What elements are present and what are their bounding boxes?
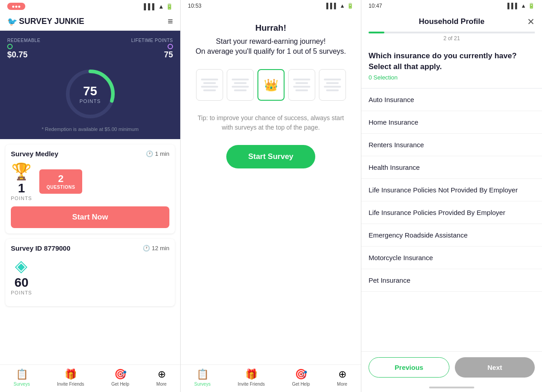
s1-nav-more[interactable]: ⊕ More [156,369,167,387]
s3-header: Household Profile ✕ [361,12,542,32]
list-item[interactable]: Pet Insurance [361,269,542,292]
s3-time: 10:47 [369,3,382,9]
s2-nav-more[interactable]: ⊕ More [337,369,347,387]
s1-card2-time: 🕐 12 min [143,245,169,252]
s2-signal-icon: ▌▌▌ [327,3,338,9]
s3-close-icon[interactable]: ✕ [527,16,535,27]
s1-card1-time-value: 1 min [155,150,169,157]
s2-icon-card-3 [288,69,315,101]
s2-icon-card-1 [196,69,223,101]
s3-header-title: Household Profile [419,17,484,26]
s3-selection-label: 0 Selection [369,74,535,81]
s1-status-bar: ●●● ▌▌▌ ▲ 🔋 [0,0,180,13]
s2-nav-help[interactable]: 🎯 Get Help [292,369,310,387]
s1-start-now-button[interactable]: Start Now [11,206,169,228]
s1-card1-body: 🏆 1 POINTS 2 QUESTIONS [11,162,169,201]
clock-icon: 🕐 [146,150,153,157]
s1-survey-card-2: Survey ID 8779000 🕐 12 min ◈ 60 POINTS [5,239,175,306]
s2-line [295,82,308,84]
s3-next-button[interactable]: Next [455,357,535,378]
s2-bottom-nav: 📋 Surveys 🎁 Invite Friends 🎯 Get Help ⊕ … [181,364,361,392]
s1-questions-badge: 2 QUESTIONS [39,169,82,194]
hamburger-menu-icon[interactable]: ≡ [168,16,173,27]
s2-nav-invite[interactable]: 🎁 Invite Friends [238,369,265,387]
s1-redeemable-dot [7,44,13,49]
list-item[interactable]: Auto Insurance [361,89,542,111]
list-item[interactable]: Home Insurance [361,111,542,134]
s2-wifi-icon: ▲ [340,3,345,9]
s1-lifetime-value: 75 [164,50,173,60]
s2-line [232,86,249,88]
s1-nav-more-label: More [156,382,167,387]
s1-nav-invite[interactable]: 🎁 Invite Friends [57,369,84,387]
s1-card1-time: 🕐 1 min [146,150,169,157]
s2-surveys-nav-icon: 📋 [196,369,209,380]
list-item[interactable]: Health Insurance [361,156,542,179]
s3-signal-icon: ▌▌▌ [508,3,519,9]
s3-options-list: Auto InsuranceHome InsuranceRenters Insu… [361,89,542,351]
s2-nav-surveys-label: Surveys [194,382,210,387]
s2-line [293,86,310,88]
s1-card2-body: ◈ 60 POINTS [11,257,169,295]
s2-nav-more-label: More [337,382,347,387]
s2-help-nav-icon: 🎯 [295,369,307,380]
list-item[interactable]: Life Insurance Policies Not Provided By … [361,179,542,201]
s3-progress-label: 2 of 21 [361,33,542,45]
s1-status-pill: ●●● [7,3,25,10]
screen3-household-profile: 10:47 ▌▌▌ ▲ 🔋 Household Profile ✕ 2 of 2… [361,0,542,392]
s1-nav-surveys[interactable]: 📋 Surveys [14,369,30,387]
s2-status-icons: ▌▌▌ ▲ 🔋 [327,3,354,9]
s3-wifi-icon: ▲ [521,3,526,9]
s1-status-icons: ▌▌▌ ▲ 🔋 [144,3,173,10]
s2-icon-card-2 [227,69,254,101]
clock-icon-2: 🕐 [143,245,150,252]
help-nav-icon: 🎯 [114,369,126,380]
s1-points-row: REDEEMABLE $0.75 LIFETIME POINTS 75 [7,38,173,60]
s1-questions-label: QUESTIONS [47,185,75,190]
s2-line [324,86,341,88]
s2-tip: Tip: to improve your chance of success, … [192,113,350,132]
s2-icons-row: 👑 [196,69,346,101]
s2-line [324,79,341,80]
list-item[interactable]: Life Insurance Policies Provided By Empl… [361,201,542,224]
s3-footer: Previous Next [361,351,542,383]
s1-lifetime: LIFETIME POINTS 75 [131,38,173,60]
s1-redeemable-label: REDEEMABLE [7,38,40,43]
s2-icon-card-active: 👑 [257,69,285,101]
s1-lifetime-label: LIFETIME POINTS [131,38,173,43]
s2-line [201,86,218,88]
s1-points-circle: 75 POINTS [63,67,117,121]
more-nav-icon: ⊕ [158,369,166,380]
s2-line [326,89,339,91]
list-item[interactable]: Renters Insurance [361,134,542,156]
s1-bottom-nav: 📋 Surveys 🎁 Invite Friends 🎯 Get Help ⊕ … [0,364,180,392]
s2-line [293,79,310,80]
s1-nav-help[interactable]: 🎯 Get Help [112,369,129,387]
list-item[interactable]: Motorcycle Insurance [361,247,542,269]
gem-icon: ◈ [11,257,32,275]
s1-lifetime-dot [168,44,173,49]
battery-icon: 🔋 [166,3,173,10]
s1-circle-center: 75 POINTS [79,84,101,104]
s2-line [232,79,249,80]
s2-start-survey-button[interactable]: Start Survey [226,145,315,168]
logo-bird-icon: 🐦 [7,17,17,27]
s3-battery-icon: 🔋 [528,3,535,9]
s3-question-section: Which insurance do you currently have? S… [361,45,542,88]
s1-card2-points-label: POINTS [11,290,32,295]
s2-line [326,82,339,84]
s1-card2-time-value: 12 min [152,245,169,252]
s2-line [234,82,247,84]
s1-card2-title: Survey ID 8779000 [11,244,70,252]
s2-subtitle: Start your reward-earning journey!On ave… [196,37,346,57]
s1-points-section: REDEEMABLE $0.75 LIFETIME POINTS 75 75 P… [0,31,180,139]
s1-nav-surveys-label: Surveys [14,382,30,387]
s1-questions-num: 2 [47,173,75,185]
s1-survey-card-1: Survey Medley 🕐 1 min 🏆 1 POINTS 2 QUEST… [5,145,175,233]
s1-card1-points-label: POINTS [11,196,32,201]
s2-nav-surveys[interactable]: 📋 Surveys [194,369,210,387]
s3-home-indicator [361,383,542,392]
list-item[interactable]: Emergency Roadside Assistance [361,224,542,247]
invite-nav-icon: 🎁 [65,369,77,380]
s3-previous-button[interactable]: Previous [369,357,449,378]
